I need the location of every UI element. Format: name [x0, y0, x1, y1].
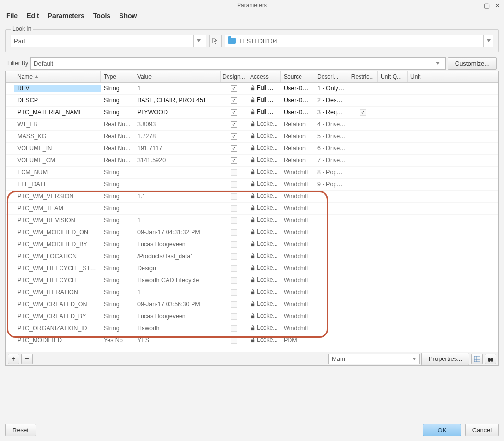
- cell-name[interactable]: REV: [14, 85, 101, 92]
- table-row[interactable]: VOLUME_CM Real Nu... 3141.5920 Locke... …: [6, 155, 498, 167]
- customize-button[interactable]: Customize...: [448, 57, 497, 70]
- menu-parameters[interactable]: Parameters: [48, 12, 84, 20]
- cell-name[interactable]: MASS_KG: [14, 133, 101, 140]
- col-unit-quantity[interactable]: Unit Q...: [378, 71, 408, 82]
- filter-combo[interactable]: Default: [30, 57, 446, 70]
- cell-designate[interactable]: [221, 109, 247, 116]
- col-value[interactable]: Value: [134, 71, 221, 82]
- cell-designate[interactable]: [221, 277, 247, 284]
- cell-name[interactable]: PTC_ORGANIZATION_ID: [14, 325, 101, 332]
- cell-name[interactable]: VOLUME_CM: [14, 157, 101, 164]
- cell-designate[interactable]: [221, 133, 247, 140]
- cell-value[interactable]: Haworth CAD Lifecycle: [134, 277, 221, 284]
- col-access[interactable]: Access: [247, 71, 281, 82]
- cell-name[interactable]: PTC_WM_ITERATION: [14, 289, 101, 296]
- cell-designate[interactable]: [221, 85, 247, 92]
- col-design[interactable]: Design...: [221, 71, 247, 82]
- cell-value[interactable]: 1: [134, 85, 221, 92]
- cell-value[interactable]: 1: [134, 217, 221, 224]
- cell-value[interactable]: 3.8093: [134, 121, 221, 128]
- cell-designate[interactable]: [221, 157, 247, 164]
- table-row[interactable]: PTC_WM_TEAM String Locke... Windchill: [6, 203, 498, 215]
- cell-value[interactable]: Lucas Hoogeveen: [134, 241, 221, 248]
- cell-designate[interactable]: [221, 97, 247, 104]
- minimize-icon[interactable]: —: [472, 1, 480, 9]
- table-row[interactable]: PTC_WM_CREATED_BY String Lucas Hoogeveen…: [6, 310, 498, 322]
- arrow-up-icon[interactable]: ⬆: [502, 200, 504, 209]
- lookin-context-combo[interactable]: TESTLDH104: [225, 35, 493, 47]
- maximize-icon[interactable]: ▢: [482, 1, 491, 9]
- table-row[interactable]: PTC_MATERIAL_NAME String PLYWOOD Full ..…: [6, 107, 498, 119]
- col-restricted[interactable]: Restric...: [348, 71, 378, 82]
- cell-name[interactable]: WT_LB: [14, 121, 101, 128]
- cell-designate[interactable]: [221, 121, 247, 128]
- cell-designate[interactable]: [221, 241, 247, 248]
- cell-designate[interactable]: [221, 301, 247, 308]
- table-view-icon[interactable]: [471, 354, 483, 364]
- select-object-button[interactable]: [209, 35, 222, 47]
- cell-value[interactable]: 1.1: [134, 193, 221, 200]
- col-marker[interactable]: [6, 71, 14, 82]
- table-row[interactable]: PTC_WM_MODIFIED_ON String 09-Jan-17 04:3…: [6, 226, 498, 238]
- cell-value[interactable]: 09-Jan-17 04:31:32 PM: [134, 229, 221, 236]
- cell-name[interactable]: DESCP: [14, 97, 101, 104]
- table-row[interactable]: PTC_WM_LOCATION String /Products/Test_da…: [6, 250, 498, 262]
- properties-button[interactable]: Properties...: [421, 353, 469, 365]
- cell-value[interactable]: Haworth: [134, 325, 221, 332]
- remove-row-button[interactable]: −: [21, 354, 33, 364]
- ok-button[interactable]: OK: [423, 424, 461, 436]
- table-row[interactable]: PTC_WM_VERSION String 1.1 Locke... Windc…: [6, 191, 498, 203]
- cell-name[interactable]: PTC_WM_LIFECYCLE_STATE: [14, 265, 101, 272]
- cell-designate[interactable]: [221, 217, 247, 224]
- menu-show[interactable]: Show: [119, 12, 137, 20]
- cell-designate[interactable]: [221, 145, 247, 152]
- table-row[interactable]: ECM_NUM String Locke... Windchill 8 - Po…: [6, 167, 498, 179]
- table-row[interactable]: PTC_WM_CREATED_ON String 09-Jan-17 03:56…: [6, 298, 498, 310]
- col-unit[interactable]: Unit: [408, 71, 498, 82]
- cell-value[interactable]: 09-Jan-17 03:56:30 PM: [134, 301, 221, 308]
- cell-value[interactable]: PLYWOOD: [134, 109, 221, 116]
- cell-value[interactable]: Design: [134, 265, 221, 272]
- cell-value[interactable]: 3141.5920: [134, 157, 221, 164]
- cell-value[interactable]: 1.7278: [134, 133, 221, 140]
- cell-designate[interactable]: [221, 337, 247, 344]
- cell-name[interactable]: PTC_WM_VERSION: [14, 193, 101, 200]
- lookin-type-combo[interactable]: Part: [11, 35, 206, 47]
- cell-designate[interactable]: [221, 253, 247, 260]
- col-type[interactable]: Type: [101, 71, 134, 82]
- reset-button[interactable]: Reset: [5, 424, 36, 436]
- cell-name[interactable]: PTC_WM_LOCATION: [14, 253, 101, 260]
- arrow-down-icon[interactable]: ⬇: [502, 209, 504, 217]
- add-row-button[interactable]: +: [8, 354, 19, 364]
- table-row[interactable]: PTC_WM_LIFECYCLE String Haworth CAD Life…: [6, 274, 498, 286]
- table-row[interactable]: PTC_WM_REVISION String 1 Locke... Windch…: [6, 215, 498, 226]
- cell-designate[interactable]: [221, 205, 247, 212]
- cell-designate[interactable]: [221, 193, 247, 200]
- cell-name[interactable]: PTC_WM_LIFECYCLE: [14, 277, 101, 284]
- menu-edit[interactable]: Edit: [26, 12, 39, 20]
- table-row[interactable]: DESCP String BASE, CHAIR, PROJ 451 Full …: [6, 95, 498, 107]
- cell-name[interactable]: EFF_DATE: [14, 181, 101, 188]
- cell-value[interactable]: BASE, CHAIR, PROJ 451: [134, 97, 221, 104]
- table-row[interactable]: PTC_WM_LIFECYCLE_STATE String Design Loc…: [6, 262, 498, 274]
- cell-value[interactable]: 1: [134, 289, 221, 296]
- table-row[interactable]: REV String 1 Full ... User-Defi... 1 - O…: [6, 83, 498, 95]
- table-row[interactable]: PTC_WM_MODIFIED_BY String Lucas Hoogevee…: [6, 238, 498, 250]
- cell-name[interactable]: ECM_NUM: [14, 169, 101, 176]
- close-icon[interactable]: ✕: [493, 1, 502, 9]
- cell-designate[interactable]: [221, 289, 247, 296]
- cell-name[interactable]: VOLUME_IN: [14, 145, 101, 152]
- table-row[interactable]: EFF_DATE String Locke... Windchill 9 - P…: [6, 179, 498, 191]
- cell-name[interactable]: PTC_WM_MODIFIED_ON: [14, 229, 101, 236]
- cell-name[interactable]: PTC_WM_MODIFIED_BY: [14, 241, 101, 248]
- cell-name[interactable]: PTC_MATERIAL_NAME: [14, 109, 101, 116]
- menu-tools[interactable]: Tools: [93, 12, 110, 20]
- table-row[interactable]: PTC_MODIFIED Yes No YES Locke... PDM: [6, 334, 498, 346]
- menu-file[interactable]: File: [6, 12, 18, 20]
- table-row[interactable]: PTC_ORGANIZATION_ID String Haworth Locke…: [6, 322, 498, 334]
- cell-name[interactable]: PTC_MODIFIED: [14, 337, 101, 344]
- table-row[interactable]: WT_LB Real Nu... 3.8093 Locke... Relatio…: [6, 119, 498, 131]
- cell-designate[interactable]: [221, 325, 247, 332]
- cell-value[interactable]: 191.7117: [134, 145, 221, 152]
- cell-designate[interactable]: [221, 313, 247, 320]
